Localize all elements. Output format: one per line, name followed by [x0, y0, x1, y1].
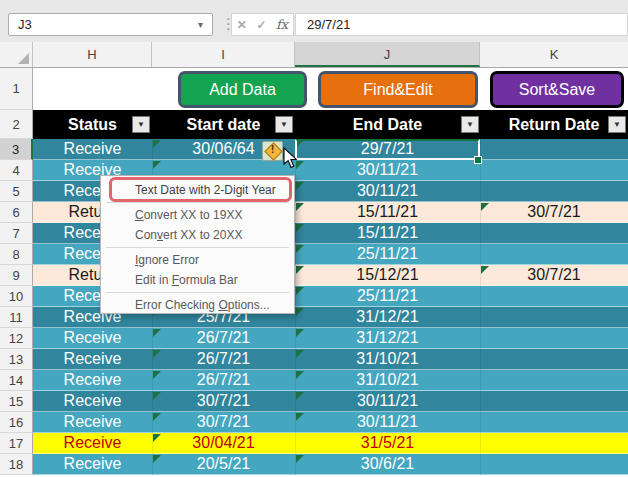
cell-K18[interactable] — [480, 454, 628, 474]
menu-item-edit-in-formula-bar[interactable]: Edit in Formula Bar — [101, 270, 294, 290]
error-indicator-icon — [296, 203, 304, 211]
select-all-button[interactable] — [0, 42, 33, 67]
column-header-h[interactable]: H — [33, 42, 152, 67]
cell-K5[interactable] — [480, 181, 628, 201]
cell-H12[interactable]: Receive — [33, 328, 152, 348]
enter-icon[interactable]: ✓ — [256, 18, 266, 32]
row-header-4[interactable]: 4 — [0, 160, 33, 181]
name-box-dropdown-icon[interactable]: ▾ — [198, 19, 203, 30]
cell-K13[interactable] — [480, 349, 628, 369]
cell-K16[interactable] — [480, 412, 628, 432]
cell-K14[interactable] — [480, 370, 628, 390]
row-header-11[interactable]: 11 — [0, 307, 33, 328]
cell-K10[interactable] — [480, 286, 628, 306]
formula-input[interactable]: 29/7/21 — [295, 13, 628, 36]
cell-J8[interactable]: 25/11/21 — [295, 244, 480, 264]
cell-K8[interactable] — [480, 244, 628, 264]
cell-H15[interactable]: Receive — [33, 391, 152, 411]
gridline-j-k — [480, 139, 481, 475]
filter-dropdown-start-date[interactable]: ▼ — [275, 116, 293, 133]
sort-save-button[interactable]: Sort&Save — [490, 71, 624, 108]
cell-J18[interactable]: 30/6/21 — [295, 454, 480, 474]
row-header-10[interactable]: 10 — [0, 286, 33, 307]
insert-function-icon[interactable]: fx — [276, 17, 288, 32]
row-header-5[interactable]: 5 — [0, 181, 33, 202]
cell-J15[interactable]: 30/11/21 — [295, 391, 480, 411]
row-header-15[interactable]: 15 — [0, 391, 33, 412]
cell-H13[interactable]: Receive — [33, 349, 152, 369]
cell-H3[interactable]: Receive — [33, 139, 152, 159]
cell-I17[interactable]: 30/04/21 — [152, 433, 295, 453]
cancel-icon[interactable]: ✕ — [237, 18, 247, 32]
error-indicator-icon — [153, 455, 161, 463]
cell-K12[interactable] — [480, 328, 628, 348]
name-box[interactable]: J3 ▾ — [8, 13, 213, 36]
header-start-date[interactable]: Start date — [152, 110, 295, 139]
cell-H18[interactable]: Receive — [33, 454, 152, 474]
column-header-k[interactable]: K — [480, 42, 628, 67]
cell-I14[interactable]: 26/7/21 — [152, 370, 295, 390]
row-header-6[interactable]: 6 — [0, 202, 33, 223]
row-header-18[interactable]: 18 — [0, 454, 33, 475]
menu-item-ignore-error[interactable]: Ignore Error — [101, 250, 294, 270]
error-indicator-icon — [296, 413, 304, 421]
fill-handle[interactable] — [474, 156, 482, 164]
cell-K7[interactable] — [480, 223, 628, 243]
cell-K15[interactable] — [480, 391, 628, 411]
cell-I16[interactable]: 30/7/21 — [152, 412, 295, 432]
cell-H17[interactable]: Receive — [33, 433, 152, 453]
cell-J10[interactable]: 25/11/21 — [295, 286, 480, 306]
error-indicator-icon — [296, 161, 304, 169]
cell-H16[interactable]: Receive — [33, 412, 152, 432]
menu-separator — [106, 292, 289, 293]
cell-K3[interactable] — [480, 139, 628, 159]
error-checking-button[interactable]: ! — [262, 141, 283, 161]
cell-J16[interactable]: 30/11/21 — [295, 412, 480, 432]
cell-J17[interactable]: 31/5/21 — [295, 433, 480, 453]
row-header-16[interactable]: 16 — [0, 412, 33, 433]
cell-K17[interactable] — [480, 433, 628, 453]
column-header-j-selected[interactable]: J — [295, 42, 480, 67]
find-edit-button[interactable]: Find&Edit — [318, 71, 478, 108]
row-header-13[interactable]: 13 — [0, 349, 33, 370]
cell-J3[interactable]: 29/7/21 — [295, 139, 480, 159]
row-header-17[interactable]: 17 — [0, 433, 33, 454]
menu-item-convert-xx-to-19xx[interactable]: Convert XX to 19XX — [101, 205, 294, 225]
cell-J6[interactable]: 15/11/21 — [295, 202, 480, 222]
cell-J9[interactable]: 15/12/21 — [295, 265, 480, 285]
cell-K6[interactable]: 30/7/21 — [480, 202, 628, 222]
cell-J12[interactable]: 31/12/21 — [295, 328, 480, 348]
cell-J7[interactable]: 15/11/21 — [295, 223, 480, 243]
menu-item-convert-xx-to-20xx[interactable]: Convert XX to 20XX — [101, 225, 294, 245]
filter-dropdown-end-date[interactable]: ▼ — [461, 116, 479, 133]
cell-I18[interactable]: 20/5/21 — [152, 454, 295, 474]
row-header-9[interactable]: 9 — [0, 265, 33, 286]
cell-I15[interactable]: 30/7/21 — [152, 391, 295, 411]
cell-K4[interactable] — [480, 160, 628, 180]
header-end-date[interactable]: End Date — [295, 110, 480, 139]
row-header-1[interactable]: 1 — [0, 68, 33, 110]
cell-H14[interactable]: Receive — [33, 370, 152, 390]
header-return-date[interactable]: Return Date — [480, 110, 628, 139]
menu-item-error-checking-options[interactable]: Error Checking Options... — [101, 295, 294, 315]
cell-K11[interactable] — [480, 307, 628, 327]
row-header-3[interactable]: 3 — [0, 139, 33, 160]
menu-item-text-date-with-2-digit-year: Text Date with 2-Digit Year — [101, 180, 294, 200]
cell-I13[interactable]: 26/7/21 — [152, 349, 295, 369]
column-header-i[interactable]: I — [152, 42, 295, 67]
row-header-2[interactable]: 2 — [0, 110, 33, 139]
cell-I12[interactable]: 26/7/21 — [152, 328, 295, 348]
row-header-8[interactable]: 8 — [0, 244, 33, 265]
filter-dropdown-return-date[interactable]: ▼ — [608, 116, 626, 133]
cell-J11[interactable]: 31/12/21 — [295, 307, 480, 327]
filter-dropdown-status[interactable]: ▼ — [132, 116, 150, 133]
cell-J13[interactable]: 31/10/21 — [295, 349, 480, 369]
add-data-button[interactable]: Add Data — [178, 71, 307, 108]
row-header-14[interactable]: 14 — [0, 370, 33, 391]
row-header-12[interactable]: 12 — [0, 328, 33, 349]
cell-J14[interactable]: 31/10/21 — [295, 370, 480, 390]
cell-J4[interactable]: 30/11/21 — [295, 160, 480, 180]
cell-K9[interactable]: 30/7/21 — [480, 265, 628, 285]
cell-J5[interactable]: 30/11/21 — [295, 181, 480, 201]
row-header-7[interactable]: 7 — [0, 223, 33, 244]
